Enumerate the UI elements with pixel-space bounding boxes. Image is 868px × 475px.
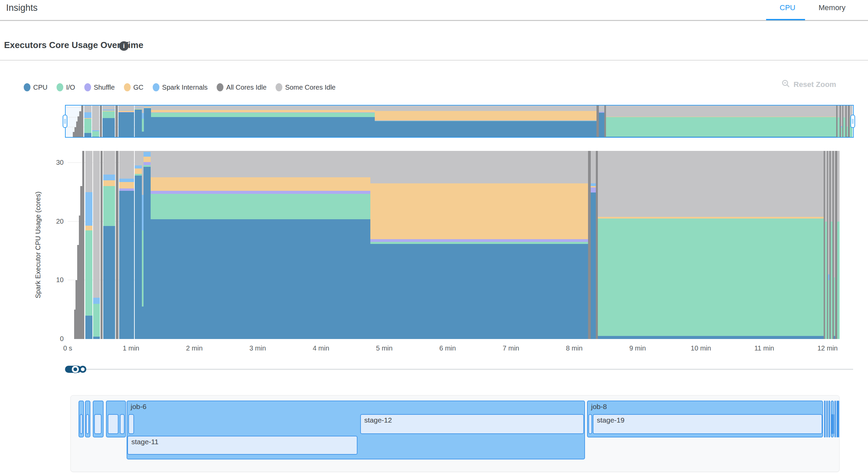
stage-bar[interactable]: [94, 414, 102, 434]
chart-segment-gc: [85, 226, 92, 230]
chart-segment-spark: [144, 152, 151, 157]
chart-segment-some_idle: [135, 151, 142, 165]
reset-zoom-label: Reset Zoom: [794, 80, 836, 89]
chart-segment-some_idle: [103, 151, 115, 175]
legend-dot-cpu: [24, 83, 30, 91]
legend-dot-some_idle: [276, 83, 282, 91]
legend-label-shuffle: Shuffle: [94, 84, 115, 91]
chart-segment-cpu: [85, 316, 92, 339]
chart-segment-spark: [84, 112, 91, 118]
stage-bar[interactable]: [588, 414, 592, 434]
active-tab-underline: [766, 19, 805, 20]
chart-segment-cpu: [118, 112, 134, 137]
brush-handle-left[interactable]: [63, 115, 67, 128]
chart-segment-io: [144, 108, 151, 108]
page-title: Insights: [6, 3, 38, 13]
chart-segment-io: [837, 222, 840, 339]
zoom-slider-track[interactable]: [85, 369, 853, 370]
stage-label-stage-12: stage-12: [364, 416, 392, 424]
legend-item-io[interactable]: I/O: [57, 83, 75, 91]
legend-label-io: I/O: [66, 84, 75, 91]
chart-segment-spark: [93, 298, 100, 303]
chart-segment-io: [144, 165, 151, 167]
reset-zoom-button[interactable]: Reset Zoom: [781, 79, 836, 90]
stage-bar[interactable]: [108, 414, 118, 434]
chart-segment-io: [598, 219, 824, 336]
stage-bar[interactable]: [80, 414, 83, 434]
chart-segment-shuffle: [151, 112, 375, 113]
legend-item-spark[interactable]: Spark Internals: [153, 83, 208, 91]
legend-label-some_idle: Some Cores Idle: [285, 84, 335, 91]
chart-segment-shuffle: [599, 112, 604, 113]
stage-bar-stage-11[interactable]: stage-11: [127, 436, 357, 455]
stage-bar[interactable]: [128, 414, 134, 434]
brush-handle-right[interactable]: [850, 115, 855, 128]
chart-segment-all_idle: [101, 151, 103, 339]
chart-segment-some_idle: [103, 106, 115, 110]
chart-segment-io: [135, 109, 142, 110]
chart-segment-cpu: [93, 337, 100, 339]
main-chart-plot[interactable]: [68, 151, 840, 339]
tab-cpu[interactable]: CPU: [780, 3, 795, 12]
legend-dot-gc: [124, 83, 131, 91]
chart-segment-cpu: [375, 121, 596, 137]
job-bar[interactable]: [828, 401, 830, 437]
x-tick-label-5: 5 min: [376, 344, 393, 352]
chart-segment-cpu: [370, 244, 588, 339]
chart-segment-cpu: [598, 336, 824, 339]
chart-segment-all_idle: [100, 106, 102, 137]
zoom-slider-handle-right[interactable]: [79, 366, 86, 373]
job-label-job-8: job-8: [591, 403, 607, 411]
info-icon[interactable]: i: [119, 41, 129, 51]
legend-item-cpu[interactable]: CPU: [24, 83, 47, 91]
chart-segment-spark: [135, 165, 142, 168]
chart-segment-shuffle: [370, 239, 588, 242]
chart-segment-all_idle: [596, 106, 599, 137]
chart-segment-io: [84, 119, 91, 133]
y-axis-title: Spark Executor CPU Usage (cores): [34, 191, 42, 298]
chart-legend: CPUI/OShuffleGCSpark InternalsAll Cores …: [24, 83, 335, 91]
x-tick-label-6: 6 min: [439, 344, 456, 352]
legend-item-shuffle[interactable]: Shuffle: [84, 83, 115, 91]
chart-segment-spark: [118, 110, 134, 111]
stage-bar[interactable]: [120, 414, 125, 434]
chart-segment-io: [85, 230, 92, 316]
stage-bar[interactable]: [86, 414, 89, 434]
header-divider: [0, 20, 868, 21]
chart-segment-gc: [144, 107, 151, 108]
chart-segment-cpu: [151, 219, 370, 339]
stage-bar-stage-19[interactable]: stage-19: [593, 414, 822, 434]
chart-segment-gc: [84, 118, 91, 119]
job-bar[interactable]: [834, 401, 836, 437]
legend-item-gc[interactable]: GC: [124, 83, 144, 91]
chart-segment-gc: [103, 180, 115, 186]
chart-segment-cpu: [119, 191, 134, 339]
zoom-slider-handle-left[interactable]: [72, 366, 79, 373]
tab-memory[interactable]: Memory: [819, 3, 845, 12]
chart-segment-gc: [599, 111, 604, 112]
legend-label-spark: Spark Internals: [162, 84, 208, 91]
chart-segment-cpu: [606, 137, 836, 137]
chart-segment-some_idle: [118, 106, 134, 110]
chart-segment-shuffle: [151, 191, 370, 194]
chart-segment-cpu: [103, 118, 115, 137]
chart-segment-spark: [85, 192, 92, 226]
x-tick-label-12: 12 min: [817, 344, 838, 352]
stage-bar-stage-12[interactable]: stage-12: [360, 414, 584, 434]
job-bar[interactable]: [826, 401, 828, 437]
chart-segment-gc: [118, 111, 134, 112]
job-bar[interactable]: [838, 401, 839, 437]
legend-label-cpu: CPU: [33, 84, 47, 91]
legend-item-all_idle[interactable]: All Cores Idle: [217, 83, 266, 91]
x-tick-label-2: 2 min: [186, 344, 203, 352]
x-tick-label-10: 10 min: [691, 344, 711, 352]
y-tick-label-20: 20: [43, 218, 64, 225]
chart-segment-some_idle: [144, 106, 151, 106]
chart-segment-all_idle: [115, 106, 118, 137]
job-bar[interactable]: [824, 401, 826, 437]
chart-segment-some_idle: [606, 106, 836, 117]
chart-segment-io: [92, 131, 99, 137]
legend-item-some_idle[interactable]: Some Cores Idle: [276, 83, 335, 91]
stage-bar[interactable]: [833, 414, 834, 434]
chart-segment-io: [103, 186, 115, 226]
